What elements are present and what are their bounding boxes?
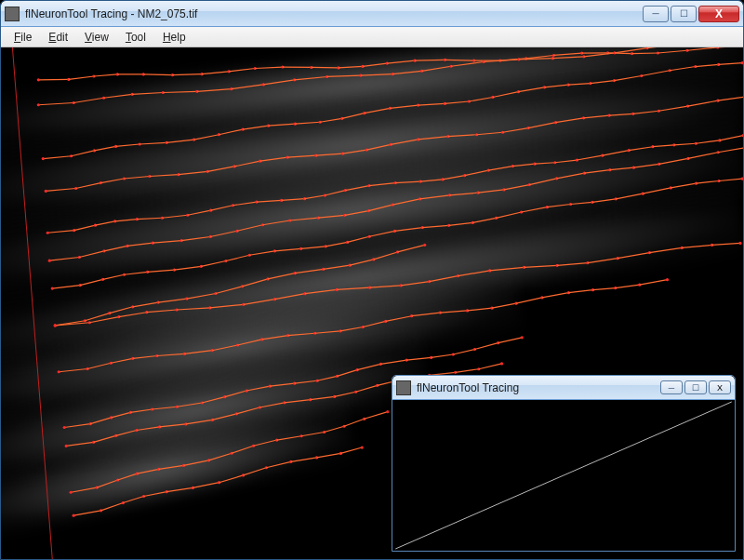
svg-line-312 bbox=[610, 167, 634, 170]
svg-line-626 bbox=[266, 461, 290, 467]
menu-view[interactable]: View bbox=[77, 29, 116, 46]
svg-line-449 bbox=[682, 245, 711, 247]
sub-canvas[interactable] bbox=[392, 400, 735, 551]
svg-line-188 bbox=[477, 132, 503, 134]
svg-point-542 bbox=[521, 336, 524, 339]
svg-line-0 bbox=[12, 47, 52, 559]
svg-line-151 bbox=[696, 64, 719, 66]
svg-line-421 bbox=[244, 300, 275, 305]
minimize-button[interactable]: ─ bbox=[643, 6, 669, 22]
svg-line-174 bbox=[287, 155, 316, 157]
svg-line-589 bbox=[159, 465, 184, 469]
menu-edit[interactable]: Edit bbox=[41, 29, 75, 46]
sub-maximize-button[interactable]: ☐ bbox=[684, 380, 707, 394]
svg-line-164 bbox=[150, 175, 179, 177]
svg-point-53 bbox=[37, 78, 40, 81]
svg-line-612 bbox=[101, 503, 124, 511]
svg-line-78 bbox=[422, 66, 452, 71]
svg-line-184 bbox=[418, 137, 448, 140]
svg-line-111 bbox=[193, 135, 219, 140]
close-button[interactable]: X bbox=[698, 6, 739, 22]
svg-line-145 bbox=[614, 75, 641, 80]
svg-line-490 bbox=[516, 298, 542, 303]
svg-line-143 bbox=[591, 81, 615, 84]
svg-line-525 bbox=[317, 376, 337, 380]
svg-line-468 bbox=[237, 340, 261, 345]
svg-line-546 bbox=[94, 435, 116, 442]
svg-line-263 bbox=[674, 143, 696, 145]
svg-line-133 bbox=[469, 97, 493, 101]
svg-line-320 bbox=[718, 148, 743, 153]
svg-line-622 bbox=[219, 475, 244, 483]
svg-line-249 bbox=[512, 164, 535, 166]
sub-titlebar[interactable]: flNeuronTool Tracing ─ ☐ X bbox=[392, 376, 735, 400]
svg-line-190 bbox=[503, 128, 528, 133]
svg-line-298 bbox=[420, 195, 450, 199]
svg-point-98 bbox=[37, 103, 40, 106]
svg-line-527 bbox=[338, 370, 358, 377]
svg-line-204 bbox=[688, 100, 718, 106]
svg-line-147 bbox=[642, 71, 670, 76]
svg-line-494 bbox=[568, 290, 592, 293]
svg-line-302 bbox=[478, 190, 504, 193]
svg-line-500 bbox=[640, 280, 668, 286]
svg-line-539 bbox=[474, 343, 498, 350]
svg-line-462 bbox=[157, 353, 185, 355]
svg-line-39 bbox=[553, 53, 581, 55]
svg-line-74 bbox=[361, 74, 392, 75]
svg-line-109 bbox=[166, 140, 193, 142]
svg-line-280 bbox=[181, 236, 210, 240]
svg-line-605 bbox=[344, 419, 365, 426]
svg-line-445 bbox=[618, 253, 649, 259]
sub-window[interactable]: flNeuronTool Tracing ─ ☐ X bbox=[392, 375, 736, 552]
svg-line-243 bbox=[443, 176, 465, 180]
svg-line-261 bbox=[653, 145, 674, 147]
svg-line-603 bbox=[325, 426, 344, 432]
svg-line-635 bbox=[395, 402, 732, 549]
svg-line-113 bbox=[219, 129, 243, 135]
main-titlebar[interactable]: flNeuronTool Tracing - NM2_075.tif ─ ☐ X bbox=[1, 1, 743, 27]
svg-line-357 bbox=[472, 218, 496, 222]
svg-line-601 bbox=[301, 432, 324, 435]
svg-line-488 bbox=[492, 303, 516, 308]
menubar: File Edit View Tool Help bbox=[1, 27, 743, 47]
menu-file[interactable]: File bbox=[7, 29, 39, 46]
svg-line-115 bbox=[243, 126, 268, 129]
svg-line-347 bbox=[348, 236, 370, 242]
svg-line-272 bbox=[79, 251, 104, 258]
sub-minimize-button[interactable]: ─ bbox=[660, 380, 683, 394]
svg-line-433 bbox=[430, 276, 458, 282]
svg-line-158 bbox=[76, 183, 101, 189]
svg-line-400 bbox=[324, 265, 351, 269]
svg-point-208 bbox=[45, 190, 47, 193]
svg-line-384 bbox=[110, 307, 133, 313]
svg-line-439 bbox=[525, 265, 558, 267]
svg-line-129 bbox=[418, 103, 445, 105]
svg-line-270 bbox=[49, 257, 79, 260]
svg-line-402 bbox=[350, 260, 374, 265]
svg-point-379 bbox=[51, 287, 54, 289]
svg-line-363 bbox=[547, 204, 570, 207]
sub-close-button[interactable]: X bbox=[709, 380, 731, 394]
app-icon bbox=[5, 7, 20, 21]
svg-line-331 bbox=[148, 270, 175, 272]
svg-line-202 bbox=[658, 106, 687, 111]
svg-line-349 bbox=[369, 231, 394, 236]
svg-line-200 bbox=[633, 111, 659, 113]
svg-line-531 bbox=[380, 360, 406, 364]
svg-line-511 bbox=[153, 407, 178, 409]
tracing-canvas[interactable]: flNeuronTool Tracing ─ ☐ X bbox=[1, 47, 743, 559]
menu-help[interactable]: Help bbox=[155, 29, 193, 46]
svg-point-322 bbox=[48, 260, 51, 262]
svg-line-517 bbox=[225, 391, 246, 397]
svg-line-509 bbox=[130, 409, 152, 412]
svg-line-454 bbox=[59, 368, 87, 371]
svg-line-64 bbox=[197, 89, 232, 92]
svg-line-327 bbox=[103, 274, 125, 279]
menu-tool[interactable]: Tool bbox=[118, 29, 153, 46]
svg-line-86 bbox=[552, 57, 584, 59]
maximize-button[interactable]: ☐ bbox=[671, 6, 697, 22]
svg-point-609 bbox=[70, 491, 73, 494]
sub-title: flNeuronTool Tracing bbox=[417, 381, 660, 394]
svg-line-578 bbox=[479, 364, 502, 369]
